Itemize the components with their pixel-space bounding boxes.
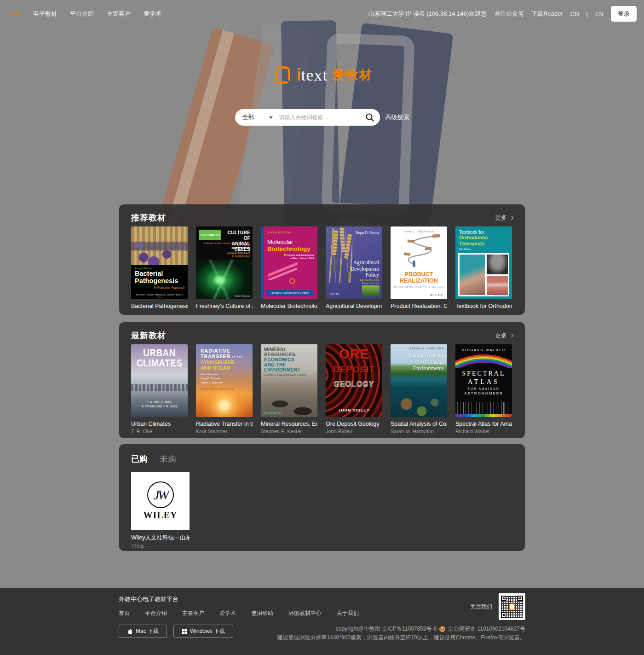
- footer-link-about-us[interactable]: 关于我们: [337, 609, 359, 617]
- chevron-down-icon: [269, 116, 273, 119]
- cover-text: DEPOSIT: [326, 365, 382, 375]
- search-bar: 全部 高级搜索: [0, 109, 644, 126]
- cover-text: Gary E. Thomas: [201, 377, 221, 380]
- cover-text: Agricultural Development Policy: [351, 260, 379, 278]
- cover-text: Brenda A. Wilson, Malcolm E. Winkler, Br…: [135, 293, 185, 299]
- package-card[interactable]: JW WILEY Wiley人文社科包---山东... 770本: [131, 472, 190, 550]
- cover-art: [455, 414, 512, 417]
- advanced-search-link[interactable]: 高级搜索: [385, 113, 409, 122]
- book-author: John Ridley: [326, 429, 382, 434]
- footer-link-platform-intro[interactable]: 平台介绍: [145, 609, 167, 617]
- cover-art: WILEY Blackwell: [458, 253, 509, 296]
- logo-text: text: [301, 65, 328, 85]
- book-card[interactable]: Roger D. Norton Agricultural Development…: [326, 226, 382, 309]
- tab-not-owned[interactable]: 未购: [160, 453, 176, 464]
- cover-text: PRODUCT: [391, 271, 447, 278]
- lang-en[interactable]: EN: [595, 11, 604, 17]
- book-card[interactable]: MINERAL RESOURCES, ECONOMICS AND THE ENV…: [261, 344, 317, 434]
- book-card[interactable]: SIXTH EDITION Molecular Biotechnology Pr…: [261, 226, 317, 309]
- top-navigation: 首页 电子教材 平台介绍 主要客户 爱学术 山东理工大学 IP 读者 (106.…: [0, 0, 644, 28]
- book-cover: ANNA C. THORNTON PRODUCT REALIZATION GOI…: [391, 226, 447, 299]
- package-cover: JW WILEY: [131, 472, 190, 530]
- nav-item-home[interactable]: 首页: [8, 10, 20, 18]
- footer-brand: 外教中心电子教材平台: [119, 588, 525, 603]
- book-card[interactable]: ORE DEPOSIT GEOLOGY JOHN RIDLEY Ore Depo…: [326, 344, 382, 434]
- book-author: Richard Walker: [455, 429, 512, 434]
- cover-text: JOHN RIDLEY: [326, 408, 382, 412]
- book-card[interactable]: SARAH M. HAMYLTON Spatial Analysis of Co…: [391, 344, 447, 434]
- nav-item-platform-intro[interactable]: 平台介绍: [70, 10, 94, 18]
- book-title: Urban Climates: [131, 421, 188, 427]
- book-title: Bacterial Pathogenesis: ...: [131, 303, 188, 309]
- cover-art: [455, 352, 512, 368]
- mac-download-button[interactable]: Mac 下载: [119, 625, 167, 638]
- nav-left: 首页 电子教材 平台介绍 主要客户 爱学术: [8, 10, 161, 18]
- cover-text: FOR AMATEUR: [455, 387, 512, 390]
- book-card[interactable]: URBAN CLIMATES T. R. Oke, G. Mills, A. C…: [131, 344, 188, 434]
- footer-link-academic[interactable]: 爱学术: [219, 609, 236, 617]
- cover-text: Molecular: [267, 238, 314, 245]
- cover-text: Roger D. Norton: [356, 231, 379, 235]
- book-title: Product Realization: Go...: [391, 303, 447, 309]
- qr-center-logo: [509, 603, 515, 610]
- cover-text: SECOND EDITION: [201, 388, 235, 391]
- book-card[interactable]: Fourth Edition Bacterial Pathogenesis A …: [131, 226, 188, 309]
- apple-icon: [127, 628, 132, 635]
- login-button[interactable]: 登录: [611, 6, 637, 22]
- book-cover: RICHARD WALKER SPECTRAL ATLAS FOR AMATEU…: [455, 344, 512, 417]
- book-card[interactable]: RADIATIVE TRANSFER in the ATMOSPHERE AND…: [196, 344, 253, 434]
- recommended-section: 推荐教材 更多 Fourth Edition Bacterial Pathoge…: [119, 204, 525, 315]
- book-cover: RADIATIVE TRANSFER in the ATMOSPHERE AND…: [196, 344, 253, 417]
- nav-item-main-clients[interactable]: 主要客户: [107, 10, 131, 18]
- latest-more-link[interactable]: 更多: [495, 331, 513, 340]
- cover-text: FRESHNEY'S: [199, 230, 221, 240]
- itext-logo-icon: [272, 64, 293, 86]
- cover-text: ATMOSPHERE: [201, 359, 234, 365]
- wiley-logo-icon: JW: [147, 481, 174, 508]
- windows-download-label: Windows 下载: [190, 627, 225, 635]
- tab-owned[interactable]: 已购: [131, 453, 148, 464]
- recommended-more-link[interactable]: 更多: [495, 214, 513, 222]
- follow-official-link[interactable]: 关注公众号: [494, 10, 524, 18]
- windows-download-button[interactable]: Windows 下载: [173, 625, 233, 638]
- book-cover: SIXTH EDITION Molecular Biotechnology Pr…: [261, 226, 317, 299]
- footer-link-foreign-textbook-center[interactable]: 外国教材中心: [288, 609, 322, 617]
- book-author: Sarah M. Hamylton: [391, 429, 447, 434]
- purchased-section: 已购 未购 JW WILEY Wiley人文社科包---山东... 770本: [119, 444, 525, 551]
- search-input[interactable]: [279, 114, 360, 121]
- cover-text: Bernard R. Glick and Cheryl L. Patten: [266, 290, 314, 296]
- book-card[interactable]: ANNA C. THORNTON PRODUCT REALIZATION GOI…: [391, 226, 447, 309]
- cover-text: Principles and Applications of Recombina…: [267, 254, 314, 260]
- cover-text: CLIMATES: [131, 357, 188, 368]
- nav-item-etextbooks[interactable]: 电子教材: [33, 10, 57, 18]
- cover-text: MINERAL: [264, 347, 287, 353]
- book-cover: Textbook for Orthodontic Therapists Ceri…: [455, 226, 512, 299]
- cover-text: T. R. Oke, G. Mills,: [131, 400, 188, 404]
- book-card[interactable]: RICHARD WALKER SPECTRAL ATLAS FOR AMATEU…: [455, 344, 512, 434]
- book-card[interactable]: Textbook for Orthodontic Therapists Ceri…: [455, 226, 512, 309]
- purchase-tabs: 已购 未购: [131, 444, 513, 464]
- footer-follow: 关注我们: [470, 593, 525, 620]
- lang-cn[interactable]: CN: [570, 11, 579, 17]
- package-title: Wiley人文社科包---山东...: [131, 534, 190, 542]
- cover-art: [394, 233, 445, 268]
- cover-text: RADIATIVE: [201, 348, 230, 354]
- search-category-select[interactable]: 全部: [242, 113, 273, 122]
- nav-item-academic[interactable]: 爱学术: [144, 10, 161, 18]
- download-reader-link[interactable]: 下载Reader: [531, 10, 563, 18]
- book-title: Textbook for Orthodon...: [455, 303, 512, 309]
- footer-link-home[interactable]: 首页: [119, 609, 130, 617]
- search-category-value: 全部: [242, 113, 254, 122]
- footer-link-main-clients[interactable]: 主要客户: [182, 609, 204, 617]
- cover-text: Spatial Analysis of Coastal Environments: [408, 352, 444, 372]
- recommended-book-list: Fourth Edition Bacterial Pathogenesis A …: [131, 226, 513, 309]
- site-logo[interactable]: i text 爱教材: [0, 64, 644, 86]
- book-author: Stephen E. Kesler: [261, 429, 317, 434]
- search-button[interactable]: [360, 109, 380, 126]
- footer-link-help[interactable]: 使用帮助: [251, 609, 273, 617]
- cover-text: Ceri Davies: [459, 248, 471, 250]
- chevron-right-icon: [510, 333, 513, 337]
- book-card[interactable]: FRESHNEY'S CULTURE OF ANIMAL CELLS A MAN…: [196, 226, 253, 309]
- cover-text: SECOND EDITION: [263, 412, 282, 415]
- cover-text: Knut Stamnes: [201, 373, 218, 376]
